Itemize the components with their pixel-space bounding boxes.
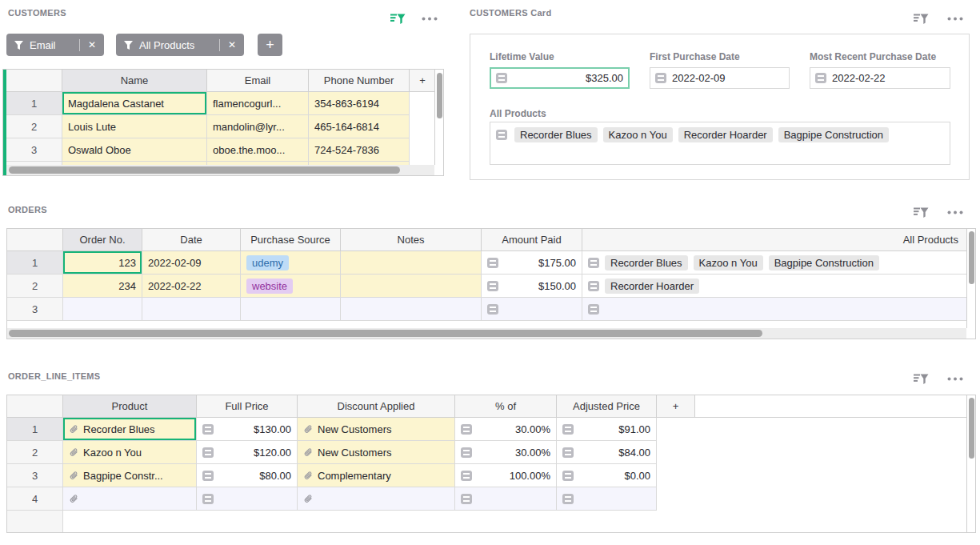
cell-order-no[interactable]: 123 xyxy=(63,251,142,275)
cell-product[interactable]: Recorder Blues xyxy=(63,418,197,441)
row-number[interactable]: 1 xyxy=(7,418,63,441)
cell-discount-applied[interactable]: New Customers xyxy=(298,418,455,441)
scrollbar-thumb[interactable] xyxy=(437,73,442,118)
row-number[interactable]: 3 xyxy=(6,138,62,162)
remove-filter-icon[interactable]: ✕ xyxy=(228,39,236,50)
add-filter-button[interactable]: + xyxy=(258,34,282,56)
filter-email-button[interactable]: Email ✕ xyxy=(6,34,104,56)
cell-full-price[interactable]: $120.00 xyxy=(197,441,298,464)
cell-adjusted-price[interactable]: $0.00 xyxy=(557,464,657,487)
cell-all-products[interactable]: Recorder Hoarder xyxy=(582,275,966,298)
scrollbar-thumb[interactable] xyxy=(9,330,762,337)
row-number[interactable]: 1 xyxy=(6,92,62,115)
cell-discount-applied[interactable] xyxy=(298,487,455,511)
cell-order-no[interactable]: 234 xyxy=(63,275,142,298)
row-number-header[interactable] xyxy=(6,70,62,92)
column-header-full-price[interactable]: Full Price xyxy=(197,395,298,418)
column-header-email[interactable]: Email xyxy=(207,70,309,92)
field-most-recent-purchase-date[interactable]: 2022-02-22 xyxy=(810,67,950,89)
column-header-notes[interactable]: Notes xyxy=(341,229,482,251)
more-options-icon[interactable] xyxy=(947,17,963,21)
cell-pct-of[interactable] xyxy=(455,487,557,511)
cell-date[interactable]: 2022-02-22 xyxy=(142,275,241,298)
sort-filter-icon[interactable] xyxy=(913,13,929,25)
cell-all-products[interactable] xyxy=(582,298,966,321)
cell-notes[interactable] xyxy=(341,298,482,321)
column-header-name[interactable]: Name xyxy=(62,70,207,92)
column-header-all-products[interactable]: All Products xyxy=(582,229,966,251)
more-options-icon[interactable] xyxy=(947,210,963,214)
cell-pct-of[interactable]: 30.00% xyxy=(455,441,557,464)
column-header-amount-paid[interactable]: Amount Paid xyxy=(482,229,582,251)
scrollbar-thumb[interactable] xyxy=(969,231,974,284)
row-number[interactable]: 3 xyxy=(7,298,63,321)
cell-adjusted-price[interactable]: $84.00 xyxy=(557,441,657,464)
row-number-header[interactable] xyxy=(7,395,63,418)
cell-full-price[interactable] xyxy=(197,487,298,511)
cell-pct-of[interactable]: 100.00% xyxy=(455,464,557,487)
horizontal-scrollbar[interactable] xyxy=(6,165,434,175)
row-number[interactable]: 2 xyxy=(7,441,63,464)
scrollbar-thumb[interactable] xyxy=(9,166,400,174)
cell-empty[interactable] xyxy=(410,92,436,115)
cell-amount-paid[interactable]: $175.00 xyxy=(482,251,582,275)
cell-product[interactable]: Bagpipe Constr... xyxy=(63,464,197,487)
cell-email[interactable]: oboe.the.moo... xyxy=(207,138,309,162)
cell-discount-applied[interactable]: New Customers xyxy=(298,441,455,464)
add-column-button[interactable]: + xyxy=(657,395,695,418)
column-header-adjusted-price[interactable]: Adjusted Price xyxy=(557,395,657,418)
cell-product[interactable] xyxy=(63,487,197,511)
row-number[interactable]: 1 xyxy=(7,251,63,275)
cell-email[interactable]: flamencogurl... xyxy=(207,92,309,115)
add-column-button[interactable]: + xyxy=(410,70,436,92)
cell-name[interactable]: Magdalena Castanet xyxy=(62,92,207,115)
row-number[interactable]: 2 xyxy=(7,275,63,298)
vertical-scrollbar[interactable] xyxy=(966,229,975,328)
column-header-purchase-source[interactable]: Purchase Source xyxy=(241,229,341,251)
cell-pct-of[interactable]: 30.00% xyxy=(455,418,557,441)
cell-purchase-source[interactable]: website xyxy=(241,275,341,298)
column-header-phone[interactable]: Phone Number xyxy=(309,70,410,92)
cell-purchase-source[interactable] xyxy=(241,298,341,321)
cell-discount-applied[interactable]: Complementary xyxy=(298,464,455,487)
more-options-icon[interactable] xyxy=(422,17,438,21)
sort-filter-icon[interactable] xyxy=(913,373,929,385)
sort-filter-icon[interactable] xyxy=(390,13,406,25)
field-lifetime-value[interactable]: $325.00 xyxy=(490,67,630,89)
column-header-order-no[interactable]: Order No. xyxy=(63,229,142,251)
row-number-empty[interactable] xyxy=(7,511,63,532)
row-number[interactable]: 3 xyxy=(7,464,63,487)
cell-phone[interactable]: 465-164-6814 xyxy=(309,115,410,138)
field-all-products[interactable]: Recorder Blues Kazoo n You Recorder Hoar… xyxy=(490,122,950,165)
sort-filter-icon[interactable] xyxy=(913,206,929,218)
cell-purchase-source[interactable]: udemy xyxy=(241,251,341,275)
cell-date[interactable]: 2022-02-09 xyxy=(142,251,241,275)
cell-full-price[interactable]: $130.00 xyxy=(197,418,298,441)
cell-email[interactable]: mandolin@lyr... xyxy=(207,115,309,138)
vertical-scrollbar[interactable] xyxy=(434,70,443,165)
cell-empty[interactable] xyxy=(410,115,436,138)
cell-name[interactable]: Oswald Oboe xyxy=(62,138,207,162)
cell-all-products[interactable]: Recorder Blues Kazoo n You Bagpipe Const… xyxy=(582,251,966,275)
column-header-product[interactable]: Product xyxy=(63,395,197,418)
cell-empty[interactable] xyxy=(410,138,436,162)
cell-date[interactable] xyxy=(142,298,241,321)
row-number-header[interactable] xyxy=(7,229,63,251)
column-header-date[interactable]: Date xyxy=(142,229,241,251)
cell-notes[interactable] xyxy=(341,251,482,275)
cell-full-price[interactable]: $80.00 xyxy=(197,464,298,487)
horizontal-scrollbar[interactable] xyxy=(7,328,966,339)
cell-phone[interactable]: 724-524-7836 xyxy=(309,138,410,162)
cell-adjusted-price[interactable]: $91.00 xyxy=(557,418,657,441)
field-first-purchase-date[interactable]: 2022-02-09 xyxy=(650,67,790,89)
filter-all-products-button[interactable]: All Products ✕ xyxy=(116,34,244,56)
cell-adjusted-price[interactable] xyxy=(557,487,657,511)
remove-filter-icon[interactable]: ✕ xyxy=(88,39,96,50)
cell-phone[interactable]: 354-863-6194 xyxy=(309,92,410,115)
scrollbar-thumb[interactable] xyxy=(969,398,974,459)
cell-notes[interactable] xyxy=(341,275,482,298)
cell-name[interactable]: Louis Lute xyxy=(62,115,207,138)
cell-product[interactable]: Kazoo n You xyxy=(63,441,197,464)
vertical-scrollbar[interactable] xyxy=(966,395,975,532)
column-header-discount-applied[interactable]: Discount Applied xyxy=(298,395,455,418)
